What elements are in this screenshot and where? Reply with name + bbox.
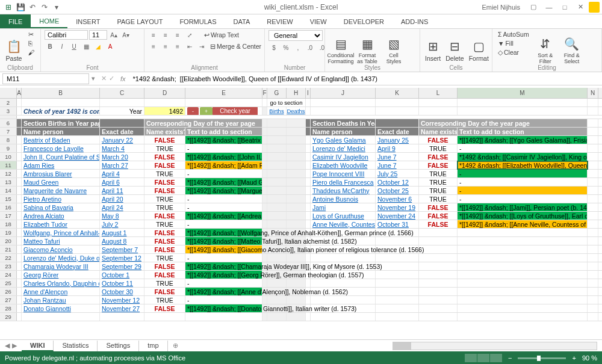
cell[interactable]: [588, 144, 598, 152]
cell[interactable]: FALSE: [144, 237, 185, 245]
cell[interactable]: [287, 161, 306, 169]
cell[interactable]: *[[1492]] &ndash; [[Giacomo Aconcio]], I…: [185, 245, 262, 253]
cell[interactable]: [17, 161, 22, 169]
cell[interactable]: [588, 245, 598, 253]
cell[interactable]: Giacomo Aconcio: [22, 245, 100, 253]
cell[interactable]: TRUE: [419, 187, 458, 194]
cell[interactable]: TRUE: [144, 279, 185, 287]
cell[interactable]: [311, 313, 376, 321]
cell[interactable]: *[[1492]] &ndash; [[Adam Ries]], German …: [185, 161, 262, 169]
row-header[interactable]: 6: [0, 119, 17, 127]
cell[interactable]: [144, 99, 185, 106]
comma-button[interactable]: ,: [293, 43, 303, 52]
cell[interactable]: Matteo Tafuri: [22, 237, 100, 245]
cell[interactable]: -+ Check year: [185, 107, 262, 115]
cell[interactable]: [458, 245, 588, 253]
cell[interactable]: -: [185, 254, 262, 262]
cell[interactable]: [458, 99, 588, 106]
font-color-button[interactable]: A: [105, 42, 116, 51]
align-bot-button[interactable]: ≡: [172, 30, 183, 40]
cell[interactable]: [458, 296, 588, 304]
cell[interactable]: [306, 178, 311, 186]
fill-button[interactable]: ▼Fill: [496, 39, 531, 48]
cell[interactable]: -: [185, 170, 262, 177]
cell[interactable]: [376, 271, 419, 279]
cell[interactable]: *[[1492]] &ndash; [[Donato Giannotti]], …: [185, 304, 262, 312]
cell[interactable]: [419, 99, 458, 106]
cell[interactable]: January 22: [100, 136, 144, 144]
cell[interactable]: [588, 203, 598, 211]
cell[interactable]: [419, 279, 458, 287]
row-header[interactable]: 11: [0, 161, 17, 169]
close-icon[interactable]: ✕: [573, 1, 588, 13]
cell[interactable]: September 29: [100, 262, 144, 270]
cell[interactable]: [588, 99, 598, 106]
cell[interactable]: -: [458, 187, 588, 194]
cell[interactable]: *[[1492]] &ndash; [[John II, Count Palat…: [185, 153, 262, 161]
horizontal-scrollbar[interactable]: [393, 342, 597, 350]
cell[interactable]: Casimir IV Jagiellon: [311, 153, 376, 161]
cell[interactable]: [376, 313, 419, 321]
check-year-button[interactable]: Check year: [213, 107, 258, 115]
cell[interactable]: October 25: [376, 187, 419, 194]
qat-dropdown-icon[interactable]: ▾: [52, 2, 61, 12]
cell[interactable]: -: [458, 144, 588, 152]
row-header[interactable]: 9: [0, 144, 17, 152]
sheet-tab-statistics[interactable]: Statistics: [54, 341, 98, 351]
cell[interactable]: [17, 187, 22, 194]
row-header[interactable]: 21: [0, 245, 17, 253]
cell[interactable]: [419, 262, 458, 270]
cell[interactable]: Name exists?: [419, 128, 458, 135]
cell[interactable]: [306, 99, 311, 106]
cell[interactable]: [17, 119, 22, 127]
cell[interactable]: Sabina of Bavaria: [22, 203, 100, 211]
cell[interactable]: FALSE: [144, 187, 185, 194]
cell[interactable]: [287, 128, 306, 135]
cell[interactable]: *1492 &ndash; [[Elizabeth Woodville]], Q…: [458, 161, 588, 169]
cell[interactable]: Johan Rantzau: [22, 296, 100, 304]
spreadsheet-grid[interactable]: ABCDEFGHIJKLMN 2go to section3Check of y…: [0, 88, 602, 339]
zoom-slider[interactable]: [518, 357, 566, 359]
row-header[interactable]: 7: [0, 128, 17, 135]
cell[interactable]: [588, 136, 598, 144]
cell[interactable]: November 27: [100, 304, 144, 312]
cell[interactable]: TRUE: [144, 220, 185, 228]
cell[interactable]: [376, 237, 419, 245]
cell[interactable]: [588, 288, 598, 295]
format-painter-button[interactable]: 🖌: [26, 48, 37, 57]
cell[interactable]: [267, 187, 287, 194]
col-header-J[interactable]: J: [311, 88, 376, 98]
cell[interactable]: FALSE: [144, 136, 185, 144]
row-header[interactable]: 20: [0, 237, 17, 245]
cell[interactable]: TRUE: [419, 144, 458, 152]
cell[interactable]: November 6: [376, 195, 419, 203]
row-header[interactable]: 18: [0, 220, 17, 228]
cell[interactable]: TRUE: [144, 170, 185, 177]
cell[interactable]: [419, 304, 458, 312]
cell[interactable]: [287, 203, 306, 211]
row-header[interactable]: 25: [0, 279, 17, 287]
cell[interactable]: [17, 99, 22, 106]
cell[interactable]: [17, 304, 22, 312]
cell[interactable]: [17, 254, 22, 262]
cell[interactable]: Francesco de Layolle: [22, 144, 100, 152]
maximize-icon[interactable]: □: [557, 1, 572, 13]
cell[interactable]: October 1: [100, 271, 144, 279]
cell[interactable]: Georg Rörer: [22, 271, 100, 279]
cell[interactable]: [287, 144, 306, 152]
cell[interactable]: July 2: [100, 220, 144, 228]
cell[interactable]: Adam Ries: [22, 161, 100, 169]
cell[interactable]: Antoine Busnois: [311, 195, 376, 203]
row-header[interactable]: 10: [0, 153, 17, 161]
border-button[interactable]: ▦: [81, 42, 92, 51]
cell[interactable]: October 12: [376, 178, 419, 186]
row-header[interactable]: 17: [0, 212, 17, 220]
name-box-dropdown-icon[interactable]: ▾: [92, 75, 99, 82]
cell[interactable]: go to section: [267, 99, 306, 106]
tab-page-layout[interactable]: PAGE LAYOUT: [108, 14, 171, 28]
cell[interactable]: April 11: [100, 187, 144, 194]
cell[interactable]: Check of year 1492 is completed: [22, 107, 100, 115]
col-header-K[interactable]: K: [376, 88, 419, 98]
cell[interactable]: [419, 313, 458, 321]
col-header-N[interactable]: N: [588, 88, 598, 98]
